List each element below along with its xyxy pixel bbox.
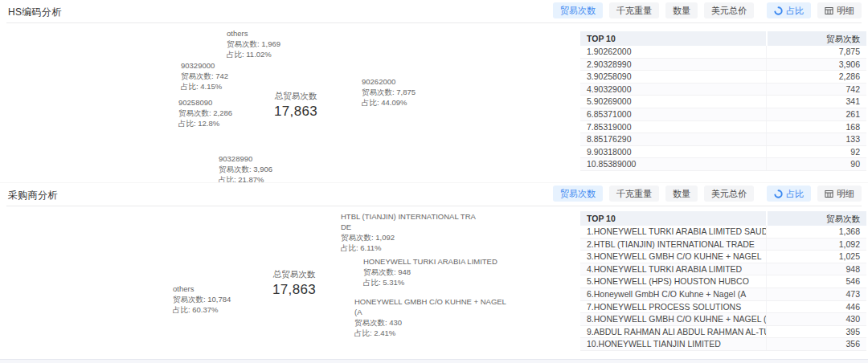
value-cell: 473 <box>766 288 866 300</box>
chip-label: 明细 <box>837 188 854 200</box>
table-rows: 1.902620007,8752.903289903,9063.90258090… <box>580 46 866 171</box>
slice-label: 90258090贸易次数: 2,286占比: 12.8% <box>178 97 232 128</box>
rank-name-cell: 1.HONEYWELL TURKI ARABIA LIMITED SAUD <box>580 226 766 238</box>
value-cell: 1,025 <box>766 251 866 263</box>
rank-name-cell: 7.85319000 <box>580 121 766 133</box>
chip-proportion-view[interactable]: 占比 <box>767 2 811 18</box>
slice-label: 90329000贸易次数: 742占比: 4.15% <box>181 60 228 92</box>
rank-name-cell: 5.90269000 <box>580 96 766 108</box>
value-cell: 430 <box>766 313 866 325</box>
chip-usd-total[interactable]: 美元总价 <box>704 2 754 18</box>
value-cell: 395 <box>766 326 866 338</box>
value-cell: 92 <box>766 146 866 158</box>
value-cell: 168 <box>766 121 866 133</box>
table-row: 8.HONEYWELL GMBH C/O KUHNE + NAGEL (A430 <box>580 313 866 326</box>
panel-buyer-analysis: 采购商分析 贸易次数千克重量数量美元总价占比明细 总贸易次数 17,863 TO… <box>0 182 868 363</box>
table-row: 8.85176290133 <box>580 133 866 146</box>
rank-name-cell: 9.90318000 <box>580 146 766 158</box>
rank-name-cell: 8.HONEYWELL GMBH C/O KUHNE + NAGEL (A <box>580 313 766 325</box>
panel-body: 总贸易次数 17,863 TOP 10 贸易次数 1.HONEYWELL TUR… <box>0 206 868 363</box>
table-icon <box>825 190 833 198</box>
next-section-edge <box>0 359 868 363</box>
rank-name-cell: 6.Honeywell GmbH C/O Kuhne + Nagel (A <box>580 288 766 300</box>
chip-detail-view[interactable]: 明细 <box>817 2 862 18</box>
slice-label: HTBL (TIANJIN) INTERNATIONAL TRADE贸易次数: … <box>341 211 476 253</box>
value-cell: 1,368 <box>766 226 866 238</box>
rank-name-cell: 3.90258090 <box>580 71 766 83</box>
table-row: 6.Honeywell GmbH C/O Kuhne + Nagel (A473 <box>580 288 866 301</box>
chip-kg-weight[interactable]: 千克重量 <box>609 2 659 18</box>
panel-hs-code-analysis: HS编码分析 贸易次数千克重量数量美元总价占比明细 总贸易次数 17,863 T… <box>0 0 868 182</box>
table-row: 4.90329000742 <box>580 84 866 96</box>
value-cell: 261 <box>766 108 866 120</box>
table-row: 7.85319000168 <box>580 121 866 134</box>
table-row: 10.8538900090 <box>580 158 866 171</box>
rank-name-cell: 10.HONEYWELL TIANJIN LIMITED <box>580 338 766 350</box>
table-header-row: TOP 10 贸易次数 <box>580 211 866 226</box>
table-row: 7.HONEYWELL PROCESS SOLUTIONS446 <box>580 301 866 314</box>
table-row: 10.HONEYWELL TIANJIN LIMITED356 <box>580 338 866 351</box>
slice-label: others贸易次数: 10,784占比: 60.37% <box>173 283 231 315</box>
table-row: 2.HTBL (TIANJIN) INTERNATIONAL TRADE1,09… <box>580 239 866 251</box>
panel-header: HS编码分析 贸易次数千克重量数量美元总价占比明细 <box>0 0 868 22</box>
table-header-metric: 贸易次数 <box>768 31 866 46</box>
value-cell: 341 <box>766 96 866 108</box>
panel-title: 采购商分析 <box>8 189 58 202</box>
rank-name-cell: 2.90328990 <box>580 59 766 71</box>
value-cell: 1,092 <box>766 239 866 251</box>
rank-name-cell: 4.HONEYWELL TURKI ARABIA LIMITED <box>580 263 766 275</box>
table-header-row: TOP 10 贸易次数 <box>580 31 866 46</box>
value-cell: 446 <box>766 301 866 313</box>
chip-detail-view[interactable]: 明细 <box>817 186 862 202</box>
rank-name-cell: 10.85389000 <box>580 158 766 170</box>
donut-chart <box>0 23 572 182</box>
chip-quantity[interactable]: 数量 <box>665 2 698 18</box>
table-header-top10: TOP 10 <box>580 211 766 226</box>
table-row: 9.ABDUL RAHMAN ALI ABDUL RAHMAN AL-TU395 <box>580 326 866 339</box>
value-cell: 742 <box>766 84 866 96</box>
table-icon <box>825 6 833 15</box>
value-cell: 546 <box>766 275 866 288</box>
table-row: 9.9031800092 <box>580 146 866 159</box>
rank-name-cell: 6.85371000 <box>580 108 766 120</box>
table-row: 3.HONEYWELL GMBH C/O KUHNE + NAGEL1,025 <box>580 251 866 263</box>
table-rows: 1.HONEYWELL TURKI ARABIA LIMITED SAUD1,3… <box>580 226 866 351</box>
panel-body: 总贸易次数 17,863 TOP 10 贸易次数 1.902620007,875… <box>0 23 868 182</box>
metric-toolbar: 贸易次数千克重量数量美元总价占比明细 <box>553 2 862 18</box>
donut-chart-icon <box>774 190 783 198</box>
chip-usd-total[interactable]: 美元总价 <box>704 186 754 202</box>
top10-table: TOP 10 贸易次数 1.HONEYWELL TURKI ARABIA LIM… <box>580 211 866 351</box>
table-row: 1.HONEYWELL TURKI ARABIA LIMITED SAUD1,3… <box>580 226 866 239</box>
rank-name-cell: 5.HONEYWELL (HPS) HOUSTON HUBCO <box>580 275 766 288</box>
slice-label: 90328990贸易次数: 3,906占比: 21.87% <box>219 153 272 182</box>
rank-name-cell: 8.85176290 <box>580 133 766 145</box>
value-cell: 7,875 <box>766 46 866 58</box>
metric-toolbar: 贸易次数千克重量数量美元总价占比明细 <box>553 186 862 202</box>
table-header-metric: 贸易次数 <box>768 211 866 226</box>
table-row: 5.90269000341 <box>580 96 866 108</box>
panel-title: HS编码分析 <box>8 6 61 19</box>
value-cell: 90 <box>766 158 866 170</box>
donut-chart-icon <box>774 6 783 15</box>
chip-trade-count[interactable]: 贸易次数 <box>553 186 603 202</box>
chip-label: 明细 <box>837 5 854 17</box>
rank-name-cell: 1.90262000 <box>580 46 766 58</box>
slice-label: HONEYWELL TURKI ARABIA LIMITED贸易次数: 948占… <box>363 256 497 288</box>
table-row: 6.85371000261 <box>580 108 866 121</box>
value-cell: 3,906 <box>766 59 866 71</box>
chip-label: 占比 <box>786 188 804 200</box>
table-row: 5.HONEYWELL (HPS) HOUSTON HUBCO546 <box>580 275 866 288</box>
chip-trade-count[interactable]: 贸易次数 <box>553 2 603 18</box>
slice-label: others贸易次数: 1,969占比: 11.02% <box>227 28 280 59</box>
rank-name-cell: 2.HTBL (TIANJIN) INTERNATIONAL TRADE <box>580 239 766 251</box>
table-row: 3.902580902,286 <box>580 71 866 84</box>
rank-name-cell: 3.HONEYWELL GMBH C/O KUHNE + NAGEL <box>580 251 766 263</box>
value-cell: 356 <box>766 338 866 350</box>
chip-proportion-view[interactable]: 占比 <box>767 186 811 202</box>
table-row: 4.HONEYWELL TURKI ARABIA LIMITED948 <box>580 263 866 276</box>
value-cell: 133 <box>766 133 866 145</box>
rank-name-cell: 4.90329000 <box>580 84 766 96</box>
table-header-top10: TOP 10 <box>580 31 766 46</box>
chip-quantity[interactable]: 数量 <box>665 186 698 202</box>
chip-kg-weight[interactable]: 千克重量 <box>609 186 659 202</box>
